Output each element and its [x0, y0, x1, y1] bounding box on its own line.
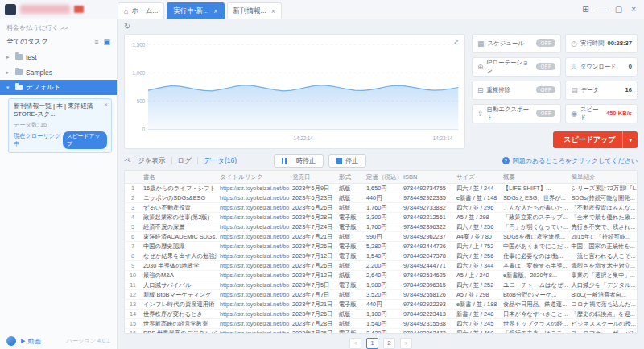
- row-index: 16: [125, 328, 141, 334]
- cell-intro: 一流と言われる人こそ...: [569, 251, 638, 260]
- cell-title-link[interactable]: https://str.toyokeizai.net/bo...: [217, 299, 290, 309]
- cell-title-link[interactable]: https://str.toyokeizai.net/bo...: [217, 193, 290, 202]
- table-row[interactable]: 8なぜか結果を出す人の勉強法https://str.toyokeizai.net…: [125, 251, 637, 260]
- cell-title-link[interactable]: https://str.toyokeizai.net/bo...: [217, 328, 290, 334]
- close-icon[interactable]: ×: [213, 7, 217, 15]
- tab-実行中-新...[interactable]: 実行中-新...×: [167, 2, 224, 19]
- caret-down-icon[interactable]: ▾: [6, 85, 12, 91]
- cell-book-title: DBS 世界最高のデジタルバンク: [141, 328, 217, 334]
- cell-release-date: 2023年7月12日: [290, 270, 336, 280]
- pause-button[interactable]: 一時停止: [274, 154, 324, 168]
- cell-title-link[interactable]: https://str.toyokeizai.net/bo...: [217, 231, 290, 241]
- home-icon: ⌂: [124, 7, 128, 15]
- page-button-2[interactable]: 2: [383, 338, 395, 349]
- task-tree: ▸test▸Samples▾デフォルト: [0, 49, 117, 95]
- cell-release-date: 2023年7月26日: [290, 328, 336, 334]
- cell-book-title: ずるい不動産投資: [141, 202, 217, 212]
- toggle-スケジュール[interactable]: OFF: [536, 39, 555, 47]
- apps-grid-icon[interactable]: ⊞: [582, 5, 588, 14]
- folder-name: Samples: [26, 69, 52, 77]
- table-row[interactable]: 14世界秩序が変わるときhttps://str.toyokeizai.net/b…: [125, 309, 637, 318]
- cell-isbn: 9784492962472: [401, 328, 454, 334]
- cell-price: 1,760円: [364, 202, 401, 212]
- page-button-1[interactable]: 1: [366, 338, 378, 349]
- cell-title-link[interactable]: https://str.toyokeizai.net/bo...: [217, 202, 290, 212]
- panel-icon[interactable]: ▣: [103, 38, 110, 46]
- table-row[interactable]: 11人口減サバイバルhttps://str.toyokeizai.net/bo.…: [125, 280, 637, 289]
- sidebar-folder-test[interactable]: ▸test: [0, 49, 117, 64]
- results-tab-データ(16)[interactable]: データ(16): [204, 156, 237, 166]
- toggle-重複排除[interactable]: OFF: [536, 86, 555, 93]
- close-icon[interactable]: ×: [631, 5, 636, 14]
- table-row[interactable]: 2ニッポンのSDGs&ESGhttps://str.toyokeizai.net…: [125, 193, 637, 202]
- table-row[interactable]: 10最強のM&Ahttps://str.toyokeizai.net/bo...…: [125, 270, 637, 280]
- brand-logo[interactable]: [6, 336, 16, 346]
- table-row[interactable]: 116歳からのライフ・シフトhttps://str.toyokeizai.net…: [125, 183, 637, 193]
- cell-title-link[interactable]: https://str.toyokeizai.net/bo...: [217, 260, 290, 270]
- setting-IPローテーション: ⊕IPローテーションOFF: [472, 57, 561, 77]
- cell-title-link[interactable]: https://str.toyokeizai.net/bo...: [217, 212, 290, 222]
- cell-title-link[interactable]: https://str.toyokeizai.net/bo...: [217, 309, 290, 318]
- all-tasks-header[interactable]: 全てのタスク ≡ ▣: [0, 35, 117, 49]
- cell-price: 440円: [364, 299, 401, 309]
- row-index: 14: [125, 309, 141, 318]
- table-row[interactable]: 92030 半導体の地政学https://str.toyokeizai.net/…: [125, 260, 637, 270]
- chevron-down-icon[interactable]: ▾: [622, 131, 638, 148]
- main-content: ↻ ↔ 05001,0001,50014:22:1414:23:14 ▦スケジュ…: [118, 19, 644, 349]
- table-row[interactable]: 4政策起業家の仕事(第2版)https://str.toyokeizai.net…: [125, 212, 637, 222]
- results-tab-ログ[interactable]: ログ: [178, 156, 192, 166]
- refresh-icon[interactable]: ↻: [124, 23, 130, 31]
- tab-label: 実行中-新...: [173, 6, 208, 16]
- table-row[interactable]: 5経済不況の深層https://str.toyokeizai.net/bo...…: [125, 222, 637, 231]
- close-icon[interactable]: ×: [104, 101, 108, 108]
- report-problem-link[interactable]: ? 問題のあるところをクリックしてください: [502, 156, 638, 165]
- stat-スピード: ◉スピード450 KB/s: [565, 104, 638, 123]
- table-row[interactable]: 6東洋経済ACADEMIC SDGs...https://str.toyokei…: [125, 231, 637, 241]
- minimize-icon[interactable]: —: [598, 5, 606, 14]
- prev-page-button[interactable]: <: [349, 338, 361, 349]
- caret-right-icon[interactable]: ▸: [6, 69, 12, 76]
- cell-title-link[interactable]: https://str.toyokeizai.net/bo...: [217, 289, 290, 299]
- cell-intro: 「不動産投資はみんな...: [569, 202, 638, 212]
- results-tab-ページを表示[interactable]: ページを表示: [124, 156, 166, 166]
- cell-format: 電子版: [336, 280, 364, 289]
- toggle-IPローテーション[interactable]: OFF: [536, 63, 555, 70]
- list-icon[interactable]: ≡: [94, 38, 98, 46]
- cell-isbn: 9784492444726: [401, 241, 454, 251]
- cell-title-link[interactable]: https://str.toyokeizai.net/bo...: [217, 222, 290, 231]
- video-link[interactable]: ▶動画: [21, 337, 40, 346]
- cell-title-link[interactable]: https://str.toyokeizai.net/bo...: [217, 318, 290, 328]
- tab-ホーム...[interactable]: ⌂ホーム...: [118, 2, 164, 19]
- task-speedup-badge[interactable]: スピードアップ: [63, 131, 107, 149]
- stat-value: 00:28:37: [608, 39, 632, 47]
- cell-isbn: 9784492047378: [401, 251, 454, 260]
- table-row[interactable]: 12新版 BtoBマーケティングhttps://str.toyokeizai.n…: [125, 289, 637, 299]
- promo-link[interactable]: 料金を払うに行く >>: [0, 19, 117, 35]
- cell-title-link[interactable]: https://str.toyokeizai.net/bo...: [217, 280, 290, 289]
- help-label: 問題のあるところをクリックしてください: [513, 156, 638, 165]
- cell-intro: 先行き不安で、残され...: [569, 222, 638, 231]
- caret-right-icon[interactable]: ▸: [6, 54, 12, 60]
- table-row[interactable]: 13インフレ時代の資産運用術https://str.toyokeizai.net…: [125, 299, 637, 309]
- task-card[interactable]: 新刊情報一覧 | 本 | 東洋経済STORE-スク... × データ数: 16 …: [8, 98, 112, 153]
- table-row[interactable]: 3ずるい不動産投資https://str.toyokeizai.net/bo..…: [125, 202, 637, 212]
- table-row[interactable]: 7中国の歴史認識https://str.toyokeizai.net/bo...…: [125, 241, 637, 251]
- speedup-button[interactable]: スピードアップ ▾: [553, 131, 638, 148]
- table-row[interactable]: 16DBS 世界最高のデジタルバンクhttps://str.toyokeizai…: [125, 328, 637, 334]
- tab-新刊情報...[interactable]: 新刊情報...×: [227, 2, 282, 19]
- sidebar-folder-デフォルト[interactable]: ▾デフォルト: [0, 80, 117, 95]
- stop-button[interactable]: 停止: [328, 154, 366, 168]
- toggle-自動エクスポート[interactable]: OFF: [536, 110, 555, 117]
- maximize-icon[interactable]: ▢: [615, 5, 622, 14]
- all-tasks-label: 全てのタスク: [6, 37, 48, 47]
- cell-title-link[interactable]: https://str.toyokeizai.net/bo...: [217, 251, 290, 260]
- next-page-button[interactable]: >: [400, 338, 412, 349]
- cell-title-link[interactable]: https://str.toyokeizai.net/bo...: [217, 183, 290, 193]
- close-icon[interactable]: ×: [271, 7, 275, 15]
- cell-intro: 中国、国家の正統性を...: [569, 241, 638, 251]
- cell-format: 紙版: [336, 202, 364, 212]
- table-row[interactable]: 15世界最高峰の経営学教室https://str.toyokeizai.net/…: [125, 318, 637, 328]
- cell-title-link[interactable]: https://str.toyokeizai.net/bo...: [217, 270, 290, 280]
- cell-title-link[interactable]: https://str.toyokeizai.net/bo...: [217, 241, 290, 251]
- sidebar-folder-Samples[interactable]: ▸Samples: [0, 64, 117, 80]
